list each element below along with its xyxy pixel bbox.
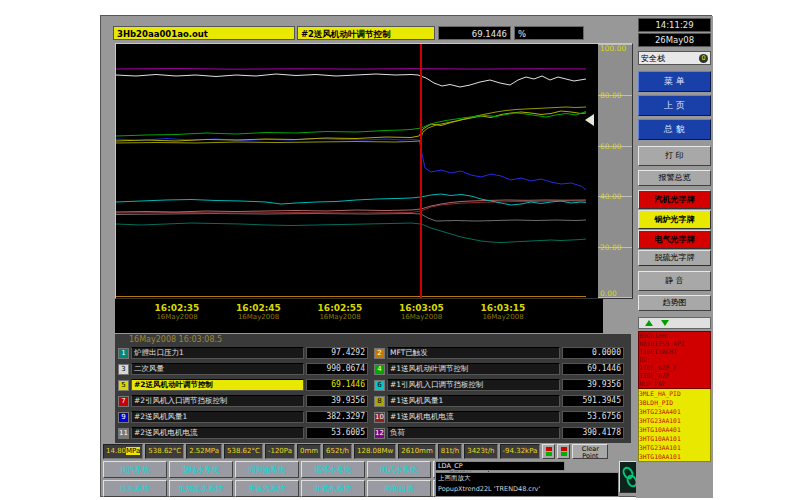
warning-tag[interactable]: 3BLDH_PID <box>639 398 710 407</box>
safety-stack-indicator[interactable]: 安全栈 0 <box>638 51 711 65</box>
trend-chart-frame: 100.0080.0060.0040.0020.000.00 <box>115 43 633 299</box>
alarm-tag[interactable]: B9001BHT <box>639 332 710 340</box>
warning-tag[interactable]: 3HTG10AA401 <box>639 425 710 434</box>
pen-color-chip: 11 <box>118 428 129 439</box>
message-line-2: PopupXtrend22L 'TREND48.crv' <box>438 484 616 495</box>
page-down-icon[interactable] <box>661 320 669 326</box>
pen-label[interactable]: #2引风机入口调节挡板控制 <box>131 395 304 407</box>
status-value-box: 538.62°C <box>145 444 184 459</box>
trend-line <box>116 112 586 137</box>
selected-pen-pointer-icon[interactable] <box>585 114 594 126</box>
menu-button[interactable]: 菜 单 <box>638 71 711 92</box>
point-value-readout: 69.1446 <box>438 26 511 40</box>
system-page-button[interactable]: 低加疏水系统 <box>169 480 233 497</box>
system-page-button[interactable]: 抽汽系统 <box>103 461 167 478</box>
pen-label[interactable]: 二次风量 <box>131 363 304 375</box>
x-tick-label: 16:02:4516May2008 <box>226 303 292 321</box>
x-tick-label: 16:02:5516May2008 <box>307 303 373 321</box>
tag-list-toolbar <box>638 317 711 329</box>
alarm-tag-list: B9001BHTN01017S5.4PIT10E12ACHTO2:1IDF_GZ… <box>638 331 711 389</box>
system-page-button[interactable]: 给水系统 <box>103 480 167 497</box>
legend-row-8[interactable]: 8#1送风机风量1591.3945 <box>374 394 624 408</box>
legend-column-left: 1炉膛出口压力197.42923二次风量990.06745#2送风机动叶调节控制… <box>118 346 368 442</box>
pen-label[interactable]: MFT已触发 <box>387 347 560 359</box>
system-page-button[interactable]: 凝结水系统 <box>169 461 233 478</box>
legend-row-11[interactable]: 11#2送风机电机电流53.6005 <box>118 426 368 440</box>
x-tick-time: 16:02:55 <box>307 303 373 313</box>
fgd-annunciator-button[interactable]: 脱硫光字牌 <box>638 250 711 266</box>
pen-label[interactable]: #1引风机入口调节挡板控制 <box>387 379 560 391</box>
mute-button[interactable]: 静 音 <box>638 271 711 291</box>
legend-row-1[interactable]: 1炉膛出口压力197.4292 <box>118 346 368 360</box>
trend-page-button[interactable]: 趋势图 <box>638 295 711 311</box>
pen-label[interactable]: #1送风机动叶调节控制 <box>387 363 560 375</box>
turbine-annunciator-button[interactable]: 汽机光字牌 <box>638 190 711 209</box>
system-page-button[interactable]: 闭式水系统 <box>367 461 431 478</box>
legend-row-4[interactable]: 4#1送风机动叶调节控制69.1446 <box>374 362 624 376</box>
pen-color-chip: 4 <box>374 364 385 375</box>
trend-line <box>116 69 586 70</box>
alarm-tag[interactable]: T10E12ACHT <box>639 348 710 356</box>
pen-label[interactable]: #1送风机风量1 <box>387 395 560 407</box>
overview-button[interactable]: 总 貌 <box>638 119 711 140</box>
system-page-button[interactable]: 循环水系统 <box>301 461 365 478</box>
warning-tag[interactable]: 3HTG23AA401 <box>639 407 710 416</box>
legend-row-3[interactable]: 3二次风量990.0674 <box>118 362 368 376</box>
x-tick-label: 16:02:3516May2008 <box>144 303 210 321</box>
system-page-button[interactable]: 开式水系统 <box>301 480 365 497</box>
status-value-text: 14.80 <box>106 447 126 455</box>
alarm-tag[interactable]: NLP_PAP <box>639 380 710 388</box>
message-line-1: 上画面放大 <box>438 473 616 484</box>
pen-label[interactable]: #2送风机动叶调节控制 <box>131 379 304 391</box>
indicator-button-1[interactable] <box>542 444 555 459</box>
clear-point-button[interactable]: Clear Point <box>572 444 608 459</box>
pen-label[interactable]: #1送风机电机电流 <box>387 411 560 423</box>
legend-row-5[interactable]: 5#2送风机动叶调节控制69.1446 <box>118 378 368 392</box>
trend-line <box>116 74 586 87</box>
system-page-button[interactable]: 画面目录 <box>367 480 431 497</box>
y-tick-label: 40.00 <box>600 192 621 201</box>
alarm-tag[interactable]: 1IDF_GZP_F <box>639 364 710 372</box>
legend-row-12[interactable]: 12负荷390.4178 <box>374 426 624 440</box>
trend-plot[interactable] <box>116 44 586 298</box>
alarm-tag[interactable]: O2: <box>639 356 710 364</box>
trend-scrollbar-strip[interactable] <box>586 44 598 298</box>
pen-value: 591.3945 <box>562 395 624 407</box>
warning-tag[interactable]: 3MLE_HA_PID <box>639 389 710 398</box>
system-page-button[interactable]: 润滑油系统 <box>235 461 299 478</box>
warning-tag[interactable]: 3HTG10AA101 <box>639 434 710 443</box>
system-page-button[interactable]: 主蒸汽系统 <box>235 480 299 497</box>
warning-tag[interactable]: 3HTG23AA101 <box>639 416 710 425</box>
pen-label[interactable]: #2送风机风量1 <box>131 411 304 423</box>
pen-color-chip: 2 <box>374 348 385 359</box>
indicator-button-2[interactable] <box>557 444 570 459</box>
point-tag-field[interactable]: 3Hb20aa001ao.out <box>113 26 295 40</box>
legend-row-6[interactable]: 6#1引风机入口调节挡板控制39.9356 <box>374 378 624 392</box>
pen-label[interactable]: 负荷 <box>387 427 560 439</box>
legend-row-9[interactable]: 9#2送风机风量1382.3297 <box>118 410 368 424</box>
x-tick-time: 16:03:15 <box>470 303 536 313</box>
point-unit-readout: % <box>514 26 584 40</box>
green-indicator-icon <box>561 452 567 456</box>
pen-label[interactable]: #2送风机电机电流 <box>131 427 304 439</box>
pen-label[interactable]: 炉膛出口压力1 <box>131 347 304 359</box>
alarm-tag[interactable]: 1IDF_GZP <box>639 372 710 380</box>
previous-page-button[interactable]: 上 页 <box>638 95 711 116</box>
page-up-icon[interactable] <box>645 320 653 326</box>
status-value-box: -94.32kPa <box>500 444 541 459</box>
warning-tag[interactable]: 3HTG10AA101 <box>639 452 710 461</box>
point-description-field[interactable]: #2送风机动叶调节控制 <box>297 26 435 40</box>
pen-value: 53.6005 <box>306 427 368 439</box>
warning-tag[interactable]: 3HTG23AA101 <box>639 443 710 452</box>
pen-color-chip: 8 <box>374 396 385 407</box>
legend-row-2[interactable]: 2MFT已触发0.0000 <box>374 346 624 360</box>
legend-row-10[interactable]: 10#1送风机电机电流53.6756 <box>374 410 624 424</box>
trend-line <box>116 111 586 141</box>
boiler-annunciator-button[interactable]: 锅炉光字牌 <box>638 210 711 229</box>
legend-row-7[interactable]: 7#2引风机入口调节挡板控制39.9356 <box>118 394 368 408</box>
x-tick-date: 16May2008 <box>389 313 455 321</box>
electrical-annunciator-button[interactable]: 电气光字牌 <box>638 230 711 249</box>
print-button[interactable]: 打 印 <box>638 146 711 166</box>
alarm-tag[interactable]: N01017S5.4PI <box>639 340 710 348</box>
alarm-summary-button[interactable]: 报警总览 <box>638 170 711 186</box>
